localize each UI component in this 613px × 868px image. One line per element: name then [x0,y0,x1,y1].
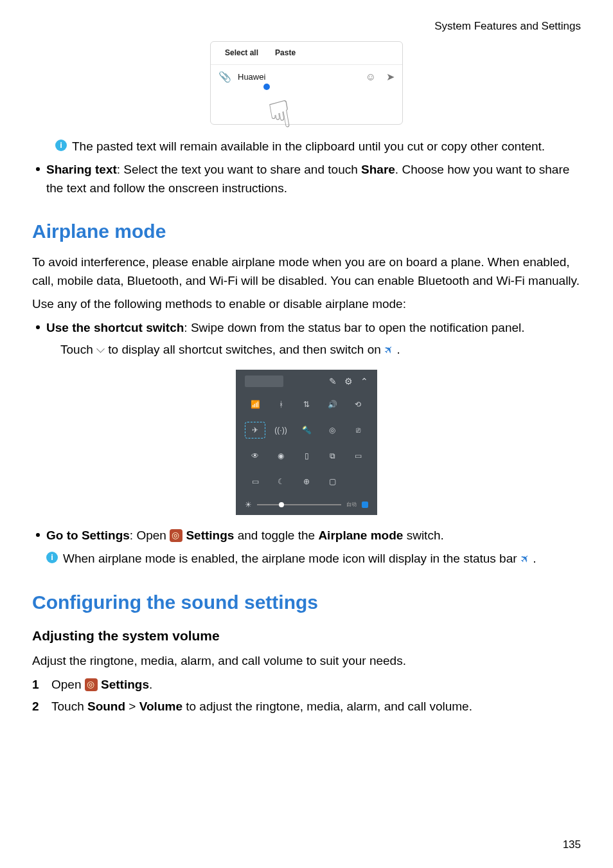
chevron-up-icon: ⌃ [360,375,368,388]
empty-cell [348,473,368,490]
floating-dock-icon: ⊕ [296,473,317,490]
enabled-info-tail: . [533,552,536,565]
sim-icon: ▯ [296,448,317,464]
enabled-info-text: When airplane mode is enabled, the airpl… [63,552,520,565]
sound-intro: Adjust the ringtone, media, alarm, and c… [32,652,581,671]
eye-comfort-icon: 👁 [245,448,265,464]
step-1: 1 Open Settings. [32,676,581,694]
share-word: Share [361,163,395,176]
vpn-icon: ▢ [322,473,342,490]
goto-settings-label: Go to Settings [46,529,130,542]
screen-record-icon: ▭ [245,473,265,490]
info-icon: i [55,140,67,151]
location-icon: ◎ [322,422,342,439]
hand-pointer-icon: ☟ [264,85,296,144]
mobile-data-icon: ⇅ [296,396,317,413]
bullet-icon [36,533,40,537]
touch-disable-icon: ▭ [348,448,368,464]
settings-app-icon [170,529,182,542]
nfc-icon: ◉ [271,448,291,464]
airplane-intro: To avoid interference, please enable air… [32,253,581,290]
auto-label: 自动 [346,501,357,509]
hotspot-icon: ((·)) [271,422,291,439]
step2-touch: Touch [51,700,87,713]
adjust-volume-subheading: Adjusting the system volume [32,626,581,646]
page-number: 135 [563,836,581,853]
gear-icon: ⚙ [344,375,353,388]
shortcut-switch-item: Use the shortcut switch: Swipe down from… [32,319,581,359]
sharing-text-item: Sharing text: Select the text you want t… [32,161,581,197]
quick-settings-screenshot: ✎ ⚙ ⌃ 📶 ᚼ ⇅ 🔊 ⟲ ✈ ((·)) 🔦 ◎ ⎚ 👁 ◉ ▯ ⧉ ▭ … [236,370,377,515]
dnd-icon: ☾ [271,473,291,490]
sound-settings-heading: Configuring the sound settings [32,588,581,617]
airplane-toggle-icon: ✈ [245,422,265,439]
airplane-use-line: Use any of the following methods to enab… [32,295,581,314]
shortcut-switch-label: Use the shortcut switch [46,321,184,334]
settings-app-icon [85,678,98,691]
menu-select-all: Select all [225,47,258,59]
auto-checkbox-icon [362,502,368,508]
airplane-enabled-info: i When airplane mode is enabled, the air… [46,550,581,568]
bullet-icon [36,167,40,171]
sound-icon: 🔊 [322,396,342,413]
emoji-icon: ☺ [366,69,376,85]
airplane-icon: ✈ [516,550,534,568]
step2-tail: to adjust the ringtone, media, alarm, an… [182,700,472,713]
page-header-category: System Features and Settings [32,0,581,41]
paste-demo-image: Select all Paste 📎 Huawei ☺ ➤ ☟ [32,41,581,125]
settings-word: Settings [186,529,234,542]
info-icon: i [46,552,58,563]
airplane-mode-heading: Airplane mode [32,217,581,246]
airplane-mode-word: Airplane mode [318,529,403,542]
step1-open: Open [51,678,85,691]
menu-paste: Paste [275,47,296,59]
bluetooth-icon: ᚼ [271,396,291,413]
bullet-icon [36,325,40,329]
step-number: 1 [32,676,44,694]
touch-part1: Touch [60,343,96,356]
sharing-text-label: Sharing text [46,163,117,176]
step-number: 2 [32,698,44,716]
touch-part2: to display all shortcut switches, and th… [108,343,384,356]
wifi-icon: 📶 [245,396,265,413]
step2-volume: Volume [139,700,182,713]
clipboard-info-note: i The pasted text will remain available … [55,138,581,156]
step1-settings-word: Settings [101,678,149,691]
brightness-slider: ☀ 自动 [242,495,371,511]
airplane-icon: ✈ [380,341,398,359]
auto-rotate-icon: ⟲ [348,396,368,413]
brightness-icon: ☀ [245,499,252,511]
edit-icon: ✎ [329,375,337,388]
qs-title-blur [245,375,283,387]
goto-mid: and toggle the [234,529,318,542]
step2-sound: Sound [87,700,125,713]
clipboard-info-text: The pasted text will remain available in… [72,138,545,156]
send-icon: ➤ [386,69,395,85]
input-text: Huawei [238,71,265,84]
flashlight-icon: 🔦 [296,422,317,439]
attachment-icon: 📎 [218,69,231,85]
goto-settings-item: Go to Settings: Open Settings and toggle… [32,527,581,545]
goto-open: : Open [130,529,170,542]
touch-part3: . [396,343,400,356]
goto-tail: switch. [403,529,443,542]
chevron-down-icon [96,343,105,356]
step-2: 2 Touch Sound > Volume to adjust the rin… [32,698,581,716]
sharing-desc-lead: : Select the text you want to share and … [117,163,361,176]
shortcut-switch-desc: : Swipe down from the status bar to open… [184,321,524,334]
step2-sep: > [125,700,139,713]
multi-window-icon: ⧉ [322,448,342,464]
screenshot-icon: ⎚ [348,422,368,439]
step1-period: . [149,678,152,691]
